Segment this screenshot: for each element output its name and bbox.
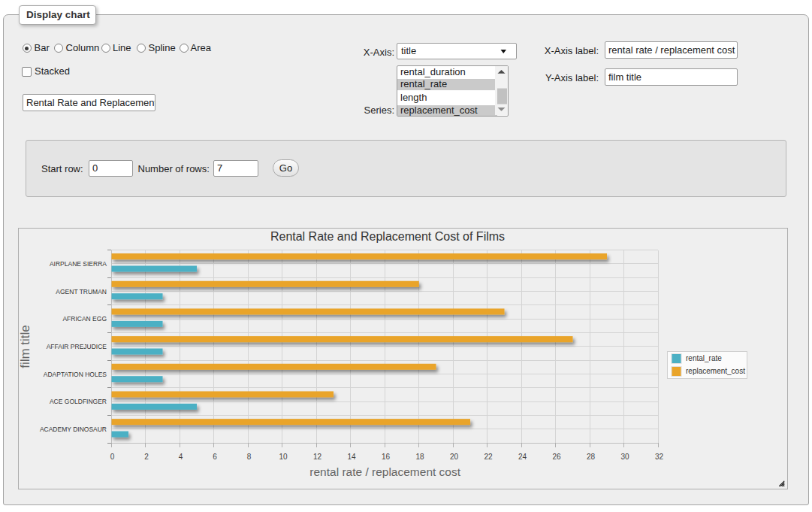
svg-text:30: 30 — [620, 453, 629, 461]
svg-text:20: 20 — [450, 453, 459, 461]
svg-text:6: 6 — [213, 453, 217, 461]
svg-text:18: 18 — [415, 453, 424, 461]
svg-text:24: 24 — [518, 453, 527, 461]
svg-text:0: 0 — [110, 453, 115, 461]
svg-text:26: 26 — [552, 453, 561, 461]
svg-text:ACADEMY DINOSAUR: ACADEMY DINOSAUR — [40, 426, 107, 433]
svg-text:rental_rate: rental_rate — [686, 354, 722, 362]
svg-text:Rental Rate and Replacement Co: Rental Rate and Replacement Cost of Film… — [270, 230, 505, 243]
svg-text:AGENT TRUMAN: AGENT TRUMAN — [56, 288, 107, 295]
svg-text:12: 12 — [313, 453, 322, 461]
svg-text:32: 32 — [655, 453, 664, 461]
svg-text:replacement_cost: replacement_cost — [686, 367, 745, 375]
svg-text:14: 14 — [347, 453, 356, 461]
svg-text:2: 2 — [144, 453, 149, 461]
svg-text:16: 16 — [382, 453, 391, 461]
svg-text:10: 10 — [279, 453, 288, 461]
svg-text:rental rate / replacement cost: rental rate / replacement cost — [309, 465, 460, 478]
svg-text:ADAPTATION HOLES: ADAPTATION HOLES — [44, 371, 107, 378]
svg-text:4: 4 — [179, 453, 183, 461]
svg-text:AFFAIR PREJUDICE: AFFAIR PREJUDICE — [47, 343, 107, 350]
svg-text:AFRICAN EGG: AFRICAN EGG — [62, 315, 107, 323]
svg-text:AIRPLANE SIERRA: AIRPLANE SIERRA — [50, 260, 107, 268]
svg-text:22: 22 — [484, 453, 493, 461]
svg-text:28: 28 — [587, 453, 596, 461]
svg-text:ACE GOLDFINGER: ACE GOLDFINGER — [50, 398, 107, 405]
svg-text:8: 8 — [247, 453, 252, 461]
svg-text:film title: film title — [19, 325, 32, 368]
